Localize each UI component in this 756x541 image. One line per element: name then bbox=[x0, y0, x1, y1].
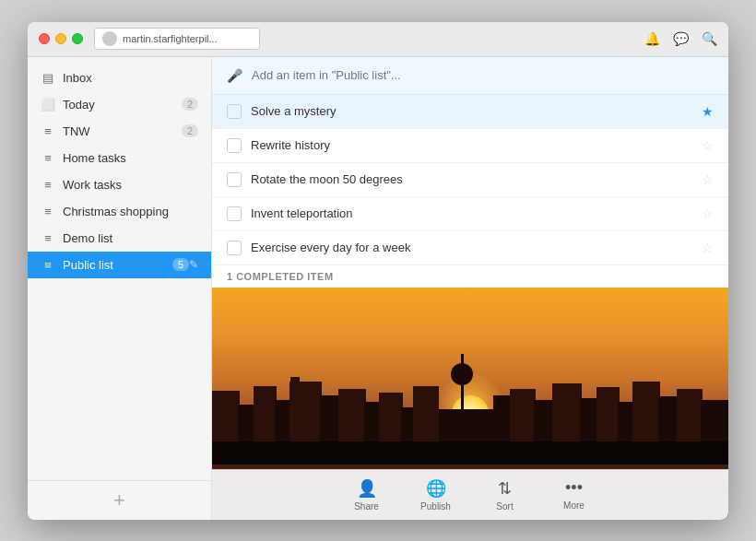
sidebar-item-label: Today bbox=[63, 98, 182, 112]
svg-rect-27 bbox=[212, 441, 728, 465]
toolbar-more-button[interactable]: •••More bbox=[553, 478, 595, 511]
list-icon: ≡ bbox=[41, 151, 55, 165]
publish-icon: 🌐 bbox=[426, 478, 446, 499]
sidebar-item-label: Home tasks bbox=[63, 151, 198, 165]
sidebar-item-tnw[interactable]: ≡TNW2 bbox=[28, 118, 211, 145]
toolbar-share-button[interactable]: 👤Share bbox=[346, 478, 387, 512]
city-silhouette bbox=[212, 354, 728, 465]
sidebar-item-public-list[interactable]: ≡Public list5 ✎ bbox=[28, 252, 211, 278]
task-item[interactable]: Solve a mystery★ bbox=[212, 95, 728, 129]
sidebar-footer: + bbox=[28, 480, 211, 520]
list-icon: ≡ bbox=[41, 231, 55, 245]
chat-icon[interactable]: 💬 bbox=[673, 31, 689, 46]
toolbar-btn-label: Sort bbox=[496, 501, 513, 512]
task-item[interactable]: Exercise every day for a week☆ bbox=[212, 231, 728, 265]
avatar-icon bbox=[102, 31, 117, 46]
mic-icon: 🎤 bbox=[227, 68, 242, 83]
notification-icon[interactable]: 🔔 bbox=[644, 31, 660, 46]
task-item[interactable]: Rotate the moon 50 degrees☆ bbox=[212, 163, 728, 197]
toolbar-sort-button[interactable]: ⇅Sort bbox=[484, 478, 526, 512]
task-item[interactable]: Rewrite history☆ bbox=[212, 129, 728, 163]
list-icon: ≡ bbox=[41, 258, 55, 272]
task-star[interactable]: ☆ bbox=[702, 241, 714, 255]
inbox-icon: ▤ bbox=[41, 71, 55, 85]
search-icon[interactable]: 🔍 bbox=[702, 31, 717, 46]
main-content: ▤Inbox⬜Today2≡TNW2≡Home tasks≡Work tasks… bbox=[28, 57, 728, 520]
minimize-button[interactable] bbox=[55, 33, 66, 44]
sidebar-item-count: 2 bbox=[182, 124, 198, 137]
task-item[interactable]: Invent teleportation☆ bbox=[212, 197, 728, 231]
list-icon: ≡ bbox=[41, 124, 55, 138]
url-text: martin.starfighterpil... bbox=[123, 33, 218, 44]
sidebar-item-label: Christmas shopping bbox=[63, 205, 198, 218]
city-background: 👤Share🌐Publish⇅Sort•••More bbox=[212, 288, 728, 520]
sidebar-item-home-tasks[interactable]: ≡Home tasks bbox=[28, 145, 211, 171]
add-item-input[interactable] bbox=[252, 68, 714, 82]
bottom-toolbar: 👤Share🌐Publish⇅Sort•••More bbox=[212, 469, 728, 520]
sidebar-items: ▤Inbox⬜Today2≡TNW2≡Home tasks≡Work tasks… bbox=[28, 57, 211, 480]
sidebar-item-christmas-shopping[interactable]: ≡Christmas shopping bbox=[28, 198, 211, 225]
task-star[interactable]: ☆ bbox=[702, 138, 714, 153]
sidebar-item-today[interactable]: ⬜Today2 bbox=[28, 91, 211, 118]
sidebar-item-count: 2 bbox=[182, 98, 198, 111]
sidebar-item-label: TNW bbox=[63, 124, 182, 138]
add-list-button[interactable]: + bbox=[113, 490, 125, 511]
url-bar[interactable]: martin.starfighterpil... bbox=[94, 28, 260, 50]
sidebar-item-inbox[interactable]: ▤Inbox bbox=[28, 65, 211, 91]
sort-icon: ⇅ bbox=[498, 478, 512, 499]
task-label: Rotate the moon 50 degrees bbox=[251, 172, 702, 186]
task-label: Invent teleportation bbox=[251, 206, 702, 220]
share-icon: 👤 bbox=[357, 478, 377, 499]
task-star[interactable]: ★ bbox=[702, 104, 714, 119]
add-item-bar: 🎤 bbox=[212, 57, 728, 95]
completed-bar[interactable]: 1 COMPLETED ITEM bbox=[212, 265, 728, 288]
browser-window: martin.starfighterpil... 🔔 💬 🔍 ▤Inbox⬜To… bbox=[28, 22, 728, 520]
task-star[interactable]: ☆ bbox=[702, 206, 714, 221]
more-icon: ••• bbox=[565, 478, 583, 498]
toolbar-publish-button[interactable]: 🌐Publish bbox=[415, 478, 456, 512]
task-checkbox[interactable] bbox=[227, 241, 242, 255]
svg-rect-6 bbox=[290, 377, 300, 386]
task-checkbox[interactable] bbox=[227, 206, 242, 221]
task-checkbox[interactable] bbox=[227, 138, 242, 153]
sidebar: ▤Inbox⬜Today2≡TNW2≡Home tasks≡Work tasks… bbox=[28, 57, 212, 520]
title-bar-icons: 🔔 💬 🔍 bbox=[644, 31, 717, 46]
sidebar-item-label: Inbox bbox=[63, 71, 198, 85]
title-bar: martin.starfighterpil... 🔔 💬 🔍 bbox=[28, 22, 728, 57]
svg-rect-15 bbox=[462, 354, 464, 372]
toolbar-btn-label: Publish bbox=[420, 501, 451, 512]
close-button[interactable] bbox=[39, 33, 50, 44]
sidebar-item-work-tasks[interactable]: ≡Work tasks bbox=[28, 171, 211, 198]
toolbar-btn-label: More bbox=[563, 500, 585, 511]
task-area: 🎤 Solve a mystery★Rewrite history☆Rotate… bbox=[212, 57, 728, 520]
list-icon: ≡ bbox=[41, 205, 55, 218]
sidebar-item-label: Work tasks bbox=[63, 178, 198, 192]
task-label: Exercise every day for a week bbox=[251, 241, 702, 254]
task-list: Solve a mystery★Rewrite history☆Rotate t… bbox=[212, 95, 728, 265]
sidebar-item-label: Demo list bbox=[63, 231, 198, 245]
task-checkbox[interactable] bbox=[227, 172, 242, 187]
task-label: Rewrite history bbox=[251, 138, 702, 152]
edit-icon[interactable]: ✎ bbox=[189, 258, 198, 271]
task-star[interactable]: ☆ bbox=[702, 172, 714, 187]
sidebar-item-count: 5 bbox=[172, 258, 189, 271]
maximize-button[interactable] bbox=[72, 33, 83, 44]
task-label: Solve a mystery bbox=[251, 104, 702, 118]
task-checkbox[interactable] bbox=[227, 104, 242, 119]
calendar-icon: ⬜ bbox=[41, 98, 55, 112]
traffic-lights bbox=[39, 33, 83, 44]
sidebar-item-label: Public list bbox=[63, 258, 172, 272]
list-icon: ≡ bbox=[41, 178, 55, 192]
sidebar-item-demo-list[interactable]: ≡Demo list bbox=[28, 225, 211, 252]
toolbar-btn-label: Share bbox=[354, 501, 379, 512]
